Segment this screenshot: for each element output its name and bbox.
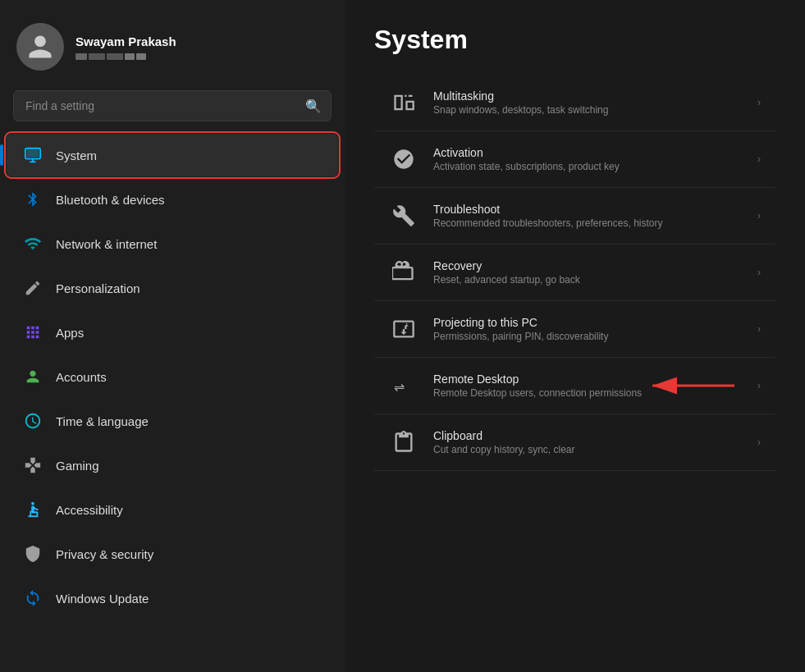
remote-desktop-desc: Remote Desktop users, connection permiss… [433, 387, 743, 399]
search-icon: 🔍 [305, 98, 322, 114]
sidebar-item-time[interactable]: Time & language [7, 400, 338, 442]
sidebar-label-windows-update: Windows Update [56, 592, 149, 606]
update-icon [23, 588, 43, 608]
multitasking-title: Multitasking [433, 89, 743, 103]
user-info: Swayam Prakash [75, 34, 176, 60]
settings-item-multitasking[interactable]: Multitasking Snap windows, desktops, tas… [374, 75, 775, 131]
sidebar-item-accessibility[interactable]: Accessibility [7, 488, 338, 531]
accessibility-icon [23, 500, 43, 519]
sidebar: Swayam Prakash 🔍 [0, 0, 345, 672]
sidebar-label-personalization: Personalization [56, 281, 140, 295]
sidebar-item-personalization[interactable]: Personalization [7, 267, 338, 309]
chevron-right-icon: › [757, 97, 761, 108]
system-icon [23, 145, 43, 165]
remote-desktop-text: Remote Desktop Remote Desktop users, con… [433, 373, 743, 399]
search-box: 🔍 [13, 90, 332, 121]
recovery-icon [389, 258, 419, 287]
multitasking-icon [389, 88, 419, 117]
chevron-right-icon: › [757, 323, 761, 335]
sidebar-label-time: Time & language [56, 414, 149, 428]
dot5 [136, 53, 146, 60]
chevron-right-icon: › [757, 437, 761, 448]
settings-item-remote-desktop[interactable]: ⇌ Remote Desktop Remote Desktop users, c… [374, 358, 775, 414]
sidebar-label-bluetooth: Bluetooth & devices [56, 193, 165, 207]
svg-rect-1 [27, 150, 39, 158]
network-icon [23, 234, 43, 254]
recovery-title: Recovery [433, 259, 743, 272]
search-input[interactable] [13, 90, 332, 121]
sidebar-item-windows-update[interactable]: Windows Update [7, 577, 338, 619]
settings-item-troubleshoot[interactable]: Troubleshoot Recommended troubleshooters… [374, 188, 775, 245]
bluetooth-icon [23, 190, 43, 209]
troubleshoot-text: Troubleshoot Recommended troubleshooters… [433, 203, 743, 229]
projecting-icon [389, 314, 419, 344]
svg-point-4 [31, 502, 34, 505]
activation-title: Activation [433, 146, 743, 159]
sidebar-item-bluetooth[interactable]: Bluetooth & devices [7, 178, 338, 221]
troubleshoot-icon [389, 201, 419, 231]
apps-icon [23, 322, 43, 342]
clipboard-icon [389, 427, 419, 457]
projecting-text: Projecting to this PC Permissions, pairi… [433, 316, 743, 342]
sidebar-item-accounts[interactable]: Accounts [7, 355, 338, 398]
sidebar-item-system[interactable]: System [7, 134, 338, 176]
sidebar-label-apps: Apps [56, 326, 84, 340]
sidebar-label-network: Network & internet [56, 237, 157, 251]
projecting-desc: Permissions, pairing PIN, discoverabilit… [433, 331, 743, 342]
chevron-right-icon: › [757, 380, 761, 391]
clipboard-title: Clipboard [433, 429, 743, 442]
user-section: Swayam Prakash [0, 0, 345, 87]
settings-item-recovery[interactable]: Recovery Reset, advanced startup, go bac… [374, 245, 775, 301]
activation-text: Activation Activation state, subscriptio… [433, 146, 743, 172]
dot4 [125, 53, 135, 60]
recovery-text: Recovery Reset, advanced startup, go bac… [433, 259, 743, 286]
sidebar-label-accessibility: Accessibility [56, 503, 123, 517]
sidebar-label-privacy: Privacy & security [56, 547, 153, 561]
settings-item-activation[interactable]: Activation Activation state, subscriptio… [374, 131, 775, 188]
activation-icon [389, 144, 419, 174]
sidebar-label-system: System [56, 149, 97, 162]
sidebar-label-gaming: Gaming [56, 459, 99, 473]
avatar[interactable] [16, 23, 64, 71]
user-name: Swayam Prakash [75, 34, 176, 48]
chevron-right-icon: › [757, 210, 761, 222]
chevron-right-icon: › [757, 153, 761, 165]
clipboard-desc: Cut and copy history, sync, clear [433, 444, 743, 455]
dot1 [75, 53, 87, 60]
settings-item-clipboard[interactable]: Clipboard Cut and copy history, sync, cl… [374, 414, 775, 471]
sidebar-item-network[interactable]: Network & internet [7, 222, 338, 265]
main-content: System Multitasking Snap windows, deskto… [345, 0, 805, 672]
activation-desc: Activation state, subscriptions, product… [433, 161, 743, 172]
sidebar-item-apps[interactable]: Apps [7, 311, 338, 354]
dot2 [89, 53, 105, 60]
dot3 [107, 53, 123, 60]
clock-icon [23, 411, 43, 431]
personalization-icon [23, 278, 43, 298]
gaming-icon [23, 455, 43, 475]
troubleshoot-title: Troubleshoot [433, 203, 743, 216]
remote-desktop-title: Remote Desktop [433, 373, 743, 386]
multitasking-desc: Snap windows, desktops, task switching [433, 104, 743, 116]
remote-desktop-icon: ⇌ [389, 371, 419, 400]
accounts-icon [23, 367, 43, 386]
sidebar-item-gaming[interactable]: Gaming [7, 444, 338, 487]
projecting-title: Projecting to this PC [433, 316, 743, 329]
recovery-desc: Reset, advanced startup, go back [433, 274, 743, 286]
sidebar-label-accounts: Accounts [56, 370, 107, 384]
settings-item-projecting[interactable]: Projecting to this PC Permissions, pairi… [374, 301, 775, 358]
chevron-right-icon: › [757, 267, 761, 278]
troubleshoot-desc: Recommended troubleshooters, preferences… [433, 217, 743, 229]
shield-icon [23, 544, 43, 564]
clipboard-text: Clipboard Cut and copy history, sync, cl… [433, 429, 743, 455]
svg-text:⇌: ⇌ [394, 379, 405, 394]
page-title: System [374, 25, 775, 55]
user-dots [75, 53, 176, 60]
sidebar-item-privacy[interactable]: Privacy & security [7, 533, 338, 575]
multitasking-text: Multitasking Snap windows, desktops, tas… [433, 89, 743, 116]
